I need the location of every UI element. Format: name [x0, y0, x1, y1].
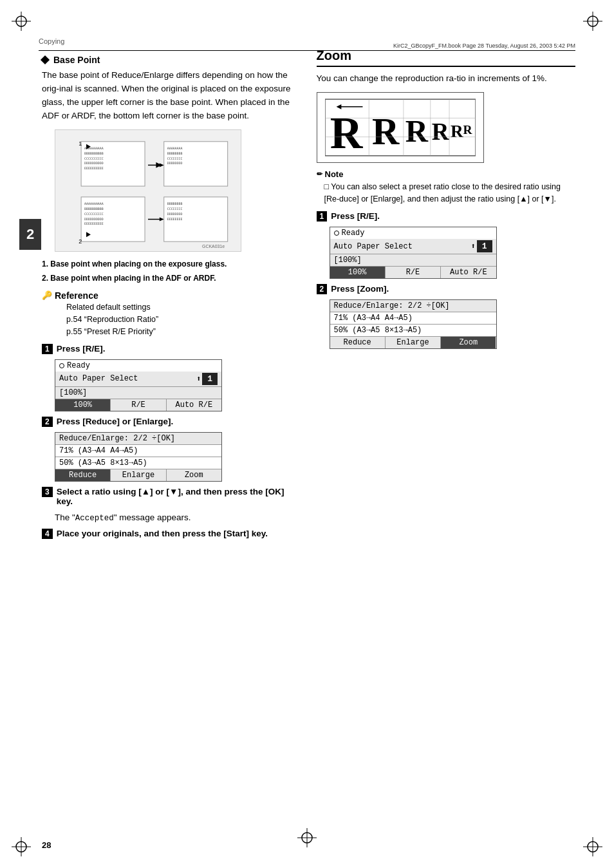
svg-text:EEEEEEEE: EEEEEEEE	[167, 216, 183, 220]
step2-left-label: Press [Reduce] or [Enlarge].	[57, 417, 174, 426]
step2-right-label: Press [Zoom].	[331, 284, 389, 294]
svg-text:R: R	[372, 111, 400, 153]
note-pencil-icon: ✏	[317, 170, 322, 178]
lcd-ready-text-r: Ready	[342, 229, 365, 238]
note-title: ✏ Note	[317, 169, 576, 179]
lcd-r2-row1: 71% (A3→A4 A4→A5)	[334, 314, 413, 323]
lcd-screen-left-2: Reduce/Enlarge: 2/2 ÷[OK] 71% (A3→A4 A4→…	[55, 432, 222, 482]
base-point-diagram: AAAAAAAAAA BBBBBBBBBB CCCCCCCCCC DDDDDDD…	[55, 129, 241, 252]
reference-line1: Related default settings	[66, 301, 158, 314]
step3-left: 3 Select a ratio using [▲] or [▼], and t…	[42, 487, 301, 506]
step2-right-number: 2	[317, 284, 328, 294]
reference-section: 🔑 Reference Related default settings p.5…	[42, 290, 301, 339]
step4-left: 4 Place your originals, and then press t…	[42, 529, 301, 539]
step3-left-label: Select a ratio using [▲] or [▼], and the…	[57, 487, 301, 506]
step2-left-number: 2	[42, 417, 53, 427]
lcd-r1-col2: R/E	[386, 267, 441, 278]
lcd-arrows-r: ⬆	[470, 241, 475, 251]
right-column: Zoom You can change the reproduction ra-…	[317, 48, 576, 544]
lcd-text-row1: Auto Paper Select	[59, 374, 138, 383]
step3-continuation: The "Accepted" message appears.	[55, 511, 301, 525]
step2-left: 2 Press [Reduce] or [Enlarge].	[42, 417, 301, 427]
svg-text:CCCCCCCCCC: CCCCCCCCCC	[84, 156, 104, 160]
chapter-tab: 2	[19, 219, 41, 250]
lcd-screen-left-1: Ready Auto Paper Select ⬆ 1 [100%] 100%	[55, 359, 222, 411]
lcd-screen-right-1: Ready Auto Paper Select ⬆ 1 [100%]	[330, 227, 497, 279]
lcd-top-left-2: Reduce/Enlarge: 2/2 ÷[OK]	[55, 433, 221, 445]
lcd-text-r2: [100%]	[334, 256, 362, 265]
lcd-row2-right-2: 50% (A3→A5 8×13→A5)	[330, 325, 496, 337]
lcd-r1-col3: Auto R/E	[441, 267, 496, 278]
corner-mark-tr	[583, 12, 602, 31]
svg-text:DDDDDDDD: DDDDDDDD	[167, 211, 183, 215]
base-point-heading: Base Point	[53, 55, 100, 65]
lcd-row2-text: 50% (A3→A5 8×13→A5)	[59, 458, 147, 467]
lcd-r2-col1: Reduce	[330, 337, 386, 348]
svg-text:BBBBBBBB: BBBBBBBB	[167, 201, 183, 205]
lcd-r2-row2: 50% (A3→A5 8×13→A5)	[334, 326, 422, 335]
lcd-number1: 1	[202, 373, 218, 385]
lcd-arrows: ⬆	[196, 374, 201, 384]
lcd-ready-icon	[59, 363, 64, 368]
lcd-col2: R/E	[111, 399, 166, 411]
svg-text:1: 1	[79, 140, 82, 146]
svg-text:R: R	[431, 118, 449, 144]
lcd-r2-col2: Enlarge	[386, 337, 441, 348]
lcd-ready-icon-r	[334, 231, 339, 236]
lcd-bottom-left-2: Reduce Enlarge Zoom	[55, 469, 221, 481]
diagram-container: AAAAAAAAAA BBBBBBBBBB CCCCCCCCCC DDDDDDD…	[55, 129, 301, 252]
zoom-illustration: R R R R R R	[317, 92, 484, 163]
corner-mark-tl	[12, 12, 31, 31]
svg-text:BBBBBBBBBB: BBBBBBBBBB	[84, 151, 104, 155]
reference-line3: p.55 “Preset R/E Priority”	[66, 326, 158, 338]
svg-text:AAAAAAAA: AAAAAAAA	[167, 146, 183, 149]
svg-text:CCCCCCCC: CCCCCCCC	[167, 206, 183, 210]
zoom-description: You can change the reproduction ra-tio i…	[317, 72, 576, 86]
lcd-screen-right-2: Reduce/Enlarge: 2/2 ÷[OK] 71% (A3→A4 A4→…	[330, 299, 497, 349]
lcd-row1-right-1: Auto Paper Select ⬆ 1	[330, 239, 496, 254]
base-point-section: Base Point The base point of Reduce/Enla…	[42, 55, 301, 284]
svg-text:2: 2	[79, 238, 82, 245]
lcd-number-r1: 1	[477, 240, 492, 252]
lcd-text-row2: [100%]	[59, 388, 87, 397]
lcd-col3: Auto R/E	[167, 399, 221, 411]
lcd-row1-right-2: 71% (A3→A4 A4→A5)	[330, 312, 496, 325]
lcd2-col1: Reduce	[55, 469, 111, 481]
svg-text:DDDDDDDD: DDDDDDDD	[167, 161, 183, 165]
reference-icon: 🔑	[42, 290, 52, 300]
lcd-top-right-2: Reduce/Enlarge: 2/2 ÷[OK]	[330, 300, 496, 312]
caption-2: 2. Base point when placing in the ADF or…	[42, 272, 301, 284]
svg-text:EEEEEEEEEE: EEEEEEEEEE	[84, 222, 104, 225]
left-column: Base Point The base point of Reduce/Enla…	[42, 48, 301, 544]
crosshair-bottom	[297, 828, 317, 850]
step4-left-number: 4	[42, 529, 53, 539]
page-container: Copying KirC2_GBcopyF_FM.book Page 28 Tu…	[0, 0, 614, 868]
lcd-ready-right-1: Ready	[330, 227, 496, 239]
section-label: Copying	[39, 37, 64, 45]
zoom-section: Zoom You can change the reproduction ra-…	[317, 48, 576, 349]
lcd-bottom-left-1: 100% R/E Auto R/E	[55, 399, 221, 411]
step1-right-label: Press [R/E].	[331, 211, 380, 221]
svg-text:R: R	[463, 123, 472, 137]
lcd-ready-text: Ready	[67, 361, 90, 370]
lcd-row2-left-2: 50% (A3→A5 8×13→A5)	[55, 457, 221, 469]
note-body: □ You can also select a preset ratio clo…	[317, 181, 576, 205]
lcd-text-r1: Auto Paper Select	[334, 242, 413, 251]
lcd2-col3: Zoom	[167, 469, 221, 481]
step1-right: 1 Press [R/E].	[317, 211, 576, 222]
reference-body: Related default settings p.54 “Reproduct…	[66, 301, 158, 339]
lcd-bottom-right-1: 100% R/E Auto R/E	[330, 267, 496, 278]
step3-left-number: 3	[42, 487, 53, 497]
lcd-row2-left-1: [100%]	[55, 387, 221, 399]
step1-left-label: Press [R/E].	[57, 344, 106, 354]
svg-text:BBBBBBBBBB: BBBBBBBBBB	[84, 206, 104, 210]
lcd-row1-text: 71% (A3→A4 A4→A5)	[59, 446, 138, 455]
svg-text:DDDDDDDDDD: DDDDDDDDDD	[84, 161, 104, 165]
chapter-number: 2	[26, 226, 34, 243]
svg-text:DDDDDDDDDD: DDDDDDDDDD	[84, 216, 104, 220]
two-column-layout: Base Point The base point of Reduce/Enla…	[42, 48, 575, 544]
reference-content-block: Reference Related default settings p.54 …	[55, 290, 158, 339]
content-area: Base Point The base point of Reduce/Enla…	[42, 48, 575, 829]
lcd-title: Reduce/Enlarge: 2/2 ÷[OK]	[59, 434, 175, 443]
svg-text:R: R	[405, 114, 428, 149]
